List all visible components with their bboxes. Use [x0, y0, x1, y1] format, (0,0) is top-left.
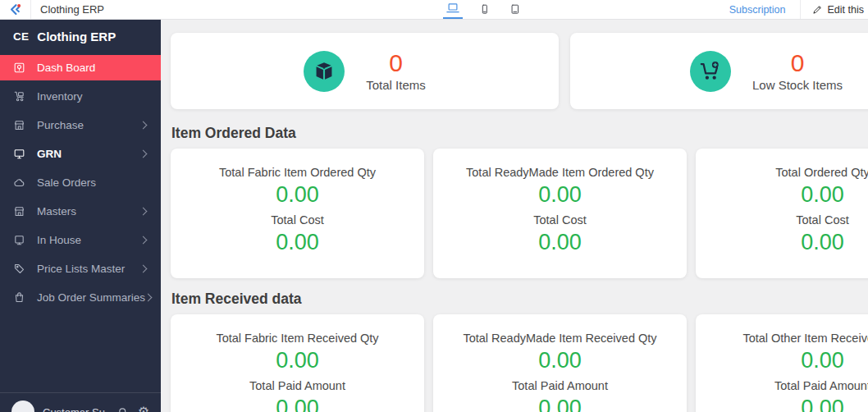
subscription-link[interactable]: Subscription: [715, 4, 800, 16]
store-icon: [13, 205, 26, 217]
tablet-preview-button[interactable]: [506, 0, 523, 19]
platform-logo[interactable]: [0, 0, 31, 19]
tag-icon: [13, 263, 26, 275]
cart-plus-icon: [699, 60, 721, 82]
stat-amount-value: 0.00: [696, 230, 868, 255]
cloud-icon: [13, 176, 26, 189]
stat-qty-label: Total Fabric Item Received Qty: [171, 332, 424, 345]
pencil-icon: [812, 4, 823, 15]
sidebar-item-price-lists-master[interactable]: Price Lists Master: [0, 254, 161, 283]
store-icon: [13, 119, 26, 131]
sidebar-item-purchase[interactable]: Purchase: [0, 111, 161, 140]
phone-icon: [478, 3, 491, 16]
sidebar-item-label: GRN: [37, 148, 140, 160]
stat-qty-value: 0.00: [433, 182, 687, 208]
sidebar: CE Clothing ERP Dash Board Inventory: [0, 19, 161, 412]
low-stock-items-label: Low Stock Items: [752, 78, 843, 92]
chevrons-logo-icon: [8, 2, 23, 17]
sidebar-item-label: Job Order Summaries: [37, 291, 145, 304]
stat-qty-value: 0.00: [171, 348, 424, 373]
edit-app-label: Edit this: [828, 4, 864, 16]
low-stock-items-value: 0: [752, 50, 843, 76]
item-received-row: Total Fabric Item Received Qty 0.00 Tota…: [171, 314, 868, 412]
item-ordered-heading: Item Ordered Data: [171, 125, 868, 142]
stat-qty-label: Total Ordered Qty: [696, 166, 868, 179]
item-ordered-row: Total Fabric Item Ordered Qty 0.00 Total…: [171, 149, 868, 278]
stat-amount-value: 0.00: [433, 396, 687, 412]
stat-qty-label: Total Fabric Item Ordered Qty: [171, 166, 424, 179]
sidebar-item-label: Purchase: [37, 119, 140, 131]
topbar: Clothing ERP Subscription: [0, 0, 868, 20]
sidebar-footer: Customer Su ⚙: [0, 392, 161, 412]
search-icon: [117, 406, 130, 412]
dashboard-main: 0 Total Items 0 Low Stock Items Item Ord…: [161, 19, 868, 412]
sidebar-nav: Dash Board Inventory Purchase: [0, 55, 161, 312]
sidebar-item-label: In House: [37, 234, 140, 246]
total-items-card: 0 Total Items: [171, 33, 559, 109]
chevron-right-icon: [144, 294, 153, 302]
bag-icon: [13, 291, 26, 304]
dashboard-icon: [13, 62, 26, 74]
brand-initials: CE: [13, 30, 29, 43]
total-items-text: 0 Total Items: [366, 50, 426, 92]
summary-row: 0 Total Items 0 Low Stock Items: [171, 33, 868, 109]
chevron-right-icon: [139, 150, 148, 158]
low-stock-items-text: 0 Low Stock Items: [752, 50, 843, 92]
sidebar-item-label: Sale Orders: [37, 176, 148, 189]
chevron-right-icon: [139, 265, 148, 273]
stat-amount-value: 0.00: [171, 230, 424, 255]
sidebar-item-label: Masters: [37, 205, 140, 217]
stat-amount-label: Total Paid Amount: [696, 379, 868, 392]
sidebar-item-grn[interactable]: GRN: [0, 140, 161, 168]
low-stock-items-card: 0 Low Stock Items: [570, 33, 868, 109]
cart-plus-icon-circle: [690, 51, 731, 92]
laptop-preview-button[interactable]: [443, 0, 463, 19]
package-icon: [313, 61, 335, 82]
monitor-icon: [13, 234, 26, 246]
search-button[interactable]: [117, 406, 130, 412]
sidebar-item-dash-board[interactable]: Dash Board: [0, 55, 161, 80]
item-received-heading: Item Received data: [171, 291, 868, 308]
device-preview-toggle: [443, 0, 537, 19]
total-items-label: Total Items: [366, 78, 426, 92]
sidebar-item-inventory[interactable]: Inventory: [0, 82, 161, 111]
stat-amount-label: Total Paid Amount: [433, 379, 687, 392]
package-icon-circle: [304, 51, 345, 92]
stat-amount-value: 0.00: [696, 396, 868, 412]
stat-qty-label: Total ReadyMade Item Received Qty: [433, 332, 687, 345]
edit-app-button[interactable]: Edit this: [801, 4, 868, 16]
sidebar-item-masters[interactable]: Masters: [0, 197, 161, 226]
user-avatar[interactable]: [11, 401, 34, 412]
stat-qty-value: 0.00: [433, 348, 687, 373]
gear-icon: ⚙: [138, 405, 149, 412]
stat-amount-label: Total Cost: [433, 213, 687, 227]
tablet-icon: [509, 3, 521, 16]
sidebar-brand[interactable]: CE Clothing ERP: [0, 19, 161, 53]
sidebar-item-job-order-summaries[interactable]: Job Order Summaries: [0, 283, 161, 312]
laptop-icon: [445, 2, 460, 15]
stat-qty-label: Total ReadyMade Item Ordered Qty: [433, 166, 687, 179]
other-received-card: Total Other Item Received Qty 0.00 Total…: [696, 314, 868, 412]
stat-amount-label: Total Cost: [171, 213, 424, 227]
stat-qty-value: 0.00: [696, 182, 868, 208]
stat-amount-value: 0.00: [433, 230, 687, 255]
monitor-icon: [13, 148, 26, 160]
user-name[interactable]: Customer Su: [43, 406, 109, 412]
sidebar-item-in-house[interactable]: In House: [0, 226, 161, 254]
handtruck-icon: [13, 90, 26, 103]
topbar-right: Subscription Edit this: [715, 0, 868, 19]
total-items-value: 0: [366, 50, 426, 76]
chevron-right-icon: [139, 208, 148, 216]
readymade-received-card: Total ReadyMade Item Received Qty 0.00 T…: [433, 314, 687, 412]
fabric-received-card: Total Fabric Item Received Qty 0.00 Tota…: [171, 314, 424, 412]
sidebar-item-sale-orders[interactable]: Sale Orders: [0, 168, 161, 197]
sidebar-item-label: Price Lists Master: [37, 263, 140, 275]
readymade-ordered-card: Total ReadyMade Item Ordered Qty 0.00 To…: [433, 149, 687, 278]
settings-button[interactable]: ⚙: [138, 405, 149, 412]
phone-preview-button[interactable]: [476, 0, 493, 19]
brand-name: Clothing ERP: [37, 30, 116, 43]
sidebar-item-label: Dash Board: [37, 62, 148, 74]
app-title: Clothing ERP: [31, 3, 104, 16]
fabric-ordered-card: Total Fabric Item Ordered Qty 0.00 Total…: [171, 149, 424, 278]
chevron-right-icon: [139, 121, 148, 130]
